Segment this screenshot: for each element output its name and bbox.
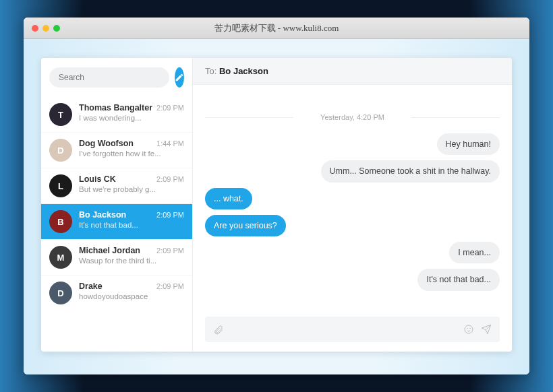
sidebar: TThomas Bangalter2:09 PMI was wondering.… [41,58,193,352]
conversation-name: Drake [79,282,103,291]
conversation-preview: Wasup for the third ti... [79,257,184,265]
chat-header: To: Bo Jackson [193,58,512,85]
message-bubble: Umm... Someone took a shit in the hallwa… [321,160,500,182]
message-bubble: ... what. [205,188,252,209]
message-outgoing: Are you serious? [205,215,500,236]
search-row [41,58,192,97]
message-bubble: Are you serious? [205,215,286,236]
compose-icon [175,73,184,82]
message-incoming: Umm... Someone took a shit in the hallwa… [205,160,500,182]
conversation-body: Louis CK2:09 PMBut we're probably g... [79,174,184,197]
message-outgoing: ... what. [205,188,500,209]
conversation-item[interactable]: MMichael Jordan2:09 PMWasup for the thir… [41,239,192,275]
conversation-time: 2:09 PM [156,104,184,112]
message-incoming: I mean... [205,242,500,263]
svg-point-2 [470,328,471,329]
message-bubble: I mean... [449,242,500,263]
send-icon[interactable] [481,324,492,335]
avatar: T [49,103,72,126]
compose-button[interactable] [175,67,184,88]
conversation-item[interactable]: BBo Jackson2:09 PMIt's not that bad... [41,203,192,239]
content-backdrop: TThomas Bangalter2:09 PMI was wondering.… [24,39,529,374]
conversation-body: Michael Jordan2:09 PMWasup for the third… [79,246,184,269]
titlebar: 苦力吧素材下载 - www.kuli8.com [24,18,529,39]
conversation-time: 2:09 PM [156,175,184,183]
conversation-item[interactable]: LLouis CK2:09 PMBut we're probably g... [41,168,192,203]
conversation-item[interactable]: TThomas Bangalter2:09 PMI was wondering.… [41,97,192,132]
time-divider: Yesterday, 4:20 PM [205,113,500,121]
conversation-name: Michael Jordan [79,246,140,255]
chat-panel: To: Bo Jackson Yesterday, 4:20 PM Hey hu… [193,58,512,352]
to-name: Bo Jackson [219,66,268,76]
conversation-name: Thomas Bangalter [79,103,152,112]
conversation-preview: I was wondering... [79,114,184,122]
conversation-preview: howdoyoudoaspace [79,292,184,300]
conversation-body: Drake2:09 PMhowdoyoudoaspace [79,282,184,304]
conversation-name: Louis CK [79,174,116,184]
conversation-time: 2:09 PM [156,211,184,219]
message-bubble: Hey human! [437,133,500,155]
conversation-preview: I've forgotten how it fe... [79,150,184,158]
conversation-name: Bo Jackson [79,210,126,220]
conversation-item[interactable]: DDrake2:09 PMhowdoyoudoaspace [41,275,192,311]
messaging-app: TThomas Bangalter2:09 PMI was wondering.… [41,58,512,352]
conversation-body: Thomas Bangalter2:09 PMI was wondering..… [79,103,184,126]
emoji-icon[interactable] [463,324,474,335]
conversation-list: TThomas Bangalter2:09 PMI was wondering.… [41,97,192,352]
avatar: D [49,282,72,304]
avatar: D [49,139,72,162]
message-bubble: It's not that bad... [417,269,500,290]
conversation-body: Dog Woofson1:44 PMI've forgotten how it … [79,139,184,162]
messages-area: Yesterday, 4:20 PM Hey human!Umm... Some… [193,85,512,317]
svg-point-0 [465,325,473,333]
attachment-icon[interactable] [213,324,224,335]
conversation-time: 1:44 PM [156,139,184,148]
window-title: 苦力吧素材下载 - www.kuli8.com [24,22,529,34]
conversation-body: Bo Jackson2:09 PMIt's not that bad... [79,210,184,233]
svg-point-1 [467,328,468,329]
conversation-preview: It's not that bad... [79,221,184,229]
conversation-time: 2:09 PM [156,247,184,255]
conversation-time: 2:09 PM [156,282,184,290]
to-label: To: [205,66,219,76]
search-input[interactable] [49,67,169,88]
conversation-name: Dog Woofson [79,139,134,148]
conversation-preview: But we're probably g... [79,185,184,193]
avatar: L [49,174,72,197]
avatar: M [49,246,72,269]
composer[interactable] [205,317,500,342]
message-incoming: It's not that bad... [205,269,500,290]
browser-window: 苦力吧素材下载 - www.kuli8.com TThomas Bangalte… [24,18,529,374]
conversation-item[interactable]: DDog Woofson1:44 PMI've forgotten how it… [41,132,192,168]
message-incoming: Hey human! [205,133,500,155]
avatar: B [49,210,72,233]
